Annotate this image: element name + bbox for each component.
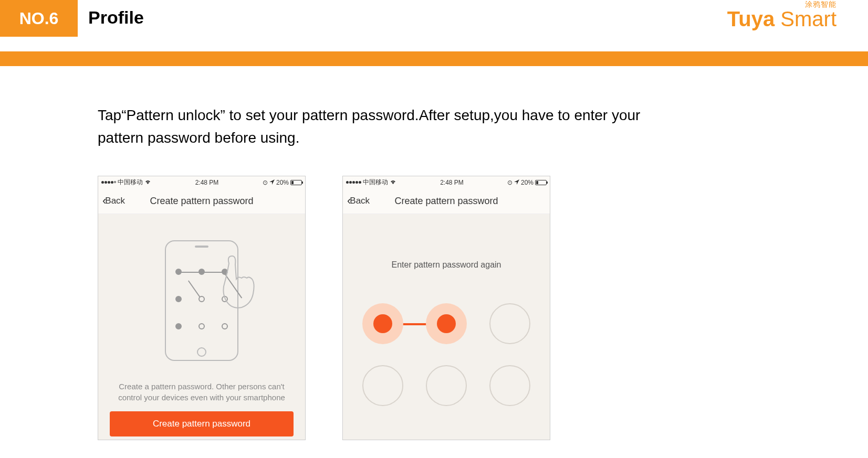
- alarm-icon: ⊙: [507, 179, 513, 186]
- back-button[interactable]: ‹ Back: [102, 195, 125, 207]
- phone-body: Enter pattern password again: [343, 214, 550, 440]
- section-title: Profile: [78, 0, 154, 35]
- battery-icon: [290, 180, 302, 185]
- instruction-text: Tap“Pattern unlock” to set your pattern …: [98, 104, 675, 150]
- create-pattern-button[interactable]: Create pattern password: [110, 411, 294, 436]
- wifi-icon: [144, 179, 151, 186]
- alarm-icon: ⊙: [263, 179, 268, 186]
- location-icon: [269, 179, 275, 186]
- hand-icon: [217, 254, 265, 314]
- divider-bar: [0, 51, 868, 66]
- pattern-dot-4[interactable]: [362, 365, 403, 406]
- carrier-label: 中国移动: [118, 178, 143, 187]
- logo-main-text: Tuya Smart: [727, 7, 836, 31]
- pattern-dot-6[interactable]: [489, 365, 530, 406]
- phone-screenshot-1: 中国移动 2:48 PM ⊙ 20% ‹: [98, 176, 306, 440]
- back-button[interactable]: ‹ Back: [347, 195, 370, 207]
- description-text: Create a pattern password. Other persons…: [111, 381, 292, 403]
- signal-strength-icon: [346, 181, 361, 184]
- phone-screenshots-row: 中国移动 2:48 PM ⊙ 20% ‹: [98, 176, 773, 440]
- phone-screenshot-2: 中国移动 2:48 PM ⊙ 20% ‹: [342, 176, 550, 440]
- battery-icon: [535, 180, 547, 185]
- back-label: Back: [350, 196, 370, 206]
- status-bar: 中国移动 2:48 PM ⊙ 20%: [98, 176, 305, 189]
- pattern-grid[interactable]: [362, 303, 530, 427]
- reenter-instruction: Enter pattern password again: [343, 214, 550, 270]
- battery-percent: 20%: [521, 179, 534, 186]
- signal-strength-icon: [101, 181, 116, 184]
- nav-bar: ‹ Back Create pattern password: [343, 189, 550, 214]
- phone-body: Create a pattern password. Other persons…: [98, 214, 305, 440]
- pattern-illustration: [165, 240, 238, 361]
- pattern-dot-5[interactable]: [426, 365, 467, 406]
- content-area: Tap“Pattern unlock” to set your pattern …: [0, 66, 868, 440]
- status-time: 2:48 PM: [195, 179, 219, 186]
- brand-logo: 涂鸦智能 Tuya Smart: [727, 0, 836, 31]
- pattern-dot-2[interactable]: [426, 303, 467, 344]
- section-number-badge: NO.6: [0, 0, 78, 37]
- battery-percent: 20%: [276, 179, 289, 186]
- nav-title: Create pattern password: [98, 196, 305, 207]
- carrier-label: 中国移动: [363, 178, 388, 187]
- nav-bar: ‹ Back Create pattern password: [98, 189, 305, 214]
- wifi-icon: [390, 179, 396, 186]
- location-icon: [514, 179, 519, 186]
- status-time: 2:48 PM: [440, 179, 464, 186]
- pattern-dot-3[interactable]: [489, 303, 530, 344]
- page-header: NO.6 Profile 涂鸦智能 Tuya Smart: [0, 0, 868, 37]
- status-bar: 中国移动 2:48 PM ⊙ 20%: [343, 176, 550, 189]
- pattern-dot-1[interactable]: [362, 303, 403, 344]
- nav-title: Create pattern password: [343, 196, 550, 207]
- back-label: Back: [105, 196, 125, 206]
